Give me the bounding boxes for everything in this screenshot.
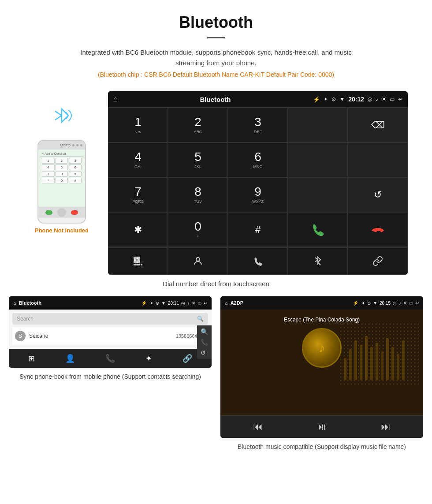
svg-rect-20 bbox=[370, 347, 373, 380]
mu-cam-icon: ◎ bbox=[393, 301, 397, 306]
pb-footer-link[interactable]: 🔗 bbox=[182, 354, 192, 363]
pb-cam-icon: ◎ bbox=[181, 301, 185, 306]
back-icon: ↩ bbox=[398, 96, 402, 102]
svg-rect-5 bbox=[137, 260, 140, 263]
dial-footer-bluetooth[interactable] bbox=[288, 247, 348, 275]
phonebook-status-bar: ⌂ Bluetooth ⚡ ✦ ⊙ ▼ 20:11 ◎ ♪ ✕ ▭ ↩ bbox=[9, 296, 212, 310]
svg-rect-21 bbox=[376, 343, 378, 380]
side-call-icon[interactable]: 📞 bbox=[201, 339, 208, 346]
call-icon bbox=[310, 222, 326, 238]
dial-key-1[interactable]: 1∿∿ bbox=[108, 108, 168, 142]
phone-not-included-label: Phone Not Included bbox=[35, 227, 89, 234]
pb-wifi-icon: ▼ bbox=[161, 301, 166, 306]
phone-key-4: 4 bbox=[42, 164, 55, 170]
dial-footer-contacts[interactable] bbox=[168, 247, 228, 275]
svg-rect-25 bbox=[397, 354, 399, 380]
status-time: 20:12 bbox=[348, 96, 364, 103]
mu-bt-icon: ✦ bbox=[361, 301, 365, 306]
phonebook-home-icon: ⌂ bbox=[13, 300, 16, 306]
dial-key-7[interactable]: 7PQRS bbox=[108, 177, 168, 212]
svg-line-1 bbox=[55, 116, 62, 120]
phone-key-8: 8 bbox=[56, 171, 68, 177]
phone-keypad: 1 2 3 4 5 6 7 8 9 * 0 # bbox=[42, 158, 82, 183]
pb-footer-contacts[interactable]: 👤 bbox=[65, 354, 75, 363]
mu-loc-icon: ⊙ bbox=[367, 301, 371, 306]
svg-rect-19 bbox=[365, 336, 368, 380]
pb-bt-icon: ✦ bbox=[150, 301, 153, 306]
pb-footer-bt[interactable]: ✦ bbox=[145, 354, 152, 363]
phonebook-item: ⌂ Bluetooth ⚡ ✦ ⊙ ▼ 20:11 ◎ ♪ ✕ ▭ ↩ bbox=[9, 296, 212, 452]
phonebook-content: Search 🔍 S Seicane 13566664466 🔍 📞 ↺ bbox=[9, 310, 212, 349]
dial-key-4[interactable]: 4GHI bbox=[108, 142, 168, 177]
pb-loc-icon: ⊙ bbox=[156, 301, 159, 306]
link-icon bbox=[372, 256, 383, 266]
music-footer: ⏮ ⏯ ⏭ bbox=[220, 415, 423, 438]
next-track-button[interactable]: ⏭ bbox=[381, 421, 391, 433]
music-caption: Bluetooth music compatible (Support disp… bbox=[238, 442, 406, 452]
play-pause-button[interactable]: ⏯ bbox=[317, 421, 327, 433]
phone-key-0: 0 bbox=[56, 178, 68, 183]
phone-screen-header: + Add to Contacts bbox=[40, 151, 83, 157]
svg-rect-6 bbox=[134, 264, 137, 265]
dial-key-hash[interactable]: # bbox=[228, 212, 288, 247]
bluetooth-icon bbox=[313, 256, 323, 266]
pb-time: 20:11 bbox=[168, 301, 179, 306]
pb-back-icon: ↩ bbox=[204, 301, 207, 306]
phone-key-1: 1 bbox=[42, 158, 55, 164]
music-usb-icon: ⚡ bbox=[353, 300, 359, 306]
dial-key-6[interactable]: 6MNO bbox=[228, 142, 288, 177]
phonebook-screenshot: ⌂ Bluetooth ⚡ ✦ ⊙ ▼ 20:11 ◎ ♪ ✕ ▭ ↩ bbox=[9, 296, 212, 368]
dial-key-5[interactable]: 5JKL bbox=[168, 142, 228, 177]
dial-key-end-call[interactable] bbox=[348, 212, 408, 247]
pb-footer-phone[interactable]: 📞 bbox=[105, 354, 115, 363]
music-status-bar: ⌂ A2DP ⚡ ✦ ⊙ ▼ 20:15 ◎ ♪ ✕ ▭ ↩ bbox=[220, 296, 423, 310]
phonebook-caption: Sync phone-book from mobile phone (Suppo… bbox=[19, 372, 201, 381]
phone-icon bbox=[253, 256, 263, 266]
status-icons: ✦ ⊙ ▼ 20:12 ◎ ♪ ✕ ▭ ↩ bbox=[324, 96, 402, 103]
side-action-icons: 🔍 📞 ↺ bbox=[197, 325, 212, 359]
side-refresh-icon[interactable]: ↺ bbox=[201, 349, 208, 356]
contact-row: S Seicane 13566664466 bbox=[12, 327, 208, 345]
side-search-icon[interactable]: 🔍 bbox=[201, 328, 208, 335]
pb-vol-icon: ♪ bbox=[187, 301, 190, 306]
phone-screen: + Add to Contacts 1 2 3 4 5 6 7 8 9 * 0 … bbox=[38, 149, 85, 207]
search-placeholder: Search bbox=[17, 316, 194, 322]
phonebook-title: Bluetooth bbox=[19, 300, 138, 306]
phonebook-usb-icon: ⚡ bbox=[141, 300, 147, 306]
dial-key-3[interactable]: 3DEF bbox=[228, 108, 288, 142]
phone-end-btn bbox=[71, 210, 78, 215]
page-description: Integrated with BC6 Bluetooth module, su… bbox=[66, 47, 366, 68]
dial-key-2[interactable]: 2ABC bbox=[168, 108, 228, 142]
phone-key-2: 2 bbox=[56, 158, 68, 164]
dial-footer-grid[interactable] bbox=[108, 247, 168, 275]
prev-track-button[interactable]: ⏮ bbox=[253, 421, 263, 433]
dial-key-call[interactable] bbox=[288, 212, 348, 247]
home-icon: ⌂ bbox=[113, 95, 118, 103]
dial-key-0[interactable]: 0+ bbox=[168, 212, 228, 247]
dial-key-star[interactable]: ✱ bbox=[108, 212, 168, 247]
search-bar[interactable]: Search 🔍 bbox=[12, 313, 208, 325]
location-icon: ⊙ bbox=[331, 96, 336, 102]
main-section: MOTO + Add to Contacts 1 2 3 4 5 6 7 8 9… bbox=[0, 91, 432, 275]
mu-vol-icon: ♪ bbox=[399, 301, 401, 306]
music-status-icons: ✦ ⊙ ▼ 20:15 ◎ ♪ ✕ ▭ ↩ bbox=[361, 301, 419, 306]
dial-key-9[interactable]: 9WXYZ bbox=[228, 177, 288, 212]
svg-line-0 bbox=[55, 111, 62, 116]
music-bg-dots bbox=[339, 323, 419, 385]
bluetooth-status-icon: ✦ bbox=[324, 96, 328, 102]
bluetooth-specs: (Bluetooth chip : CSR BC6 Default Blueto… bbox=[18, 71, 414, 78]
svg-rect-22 bbox=[381, 351, 384, 380]
dial-status-bar: ⌂ Bluetooth ⚡ ✦ ⊙ ▼ 20:12 ◎ ♪ ✕ ▭ ↩ bbox=[108, 91, 408, 107]
search-icon: 🔍 bbox=[197, 316, 204, 322]
dial-key-redial[interactable]: ↺ bbox=[348, 177, 408, 212]
music-equalizer-bg bbox=[339, 323, 419, 385]
mu-back-icon: ↩ bbox=[415, 301, 419, 306]
dial-key-backspace[interactable]: ⌫ bbox=[348, 108, 408, 142]
dial-footer-phone[interactable] bbox=[228, 247, 288, 275]
page-header: Bluetooth Integrated with BC6 Bluetooth … bbox=[0, 0, 432, 91]
pb-footer-grid[interactable]: ⊞ bbox=[28, 354, 35, 363]
contact-avatar: S bbox=[15, 331, 26, 341]
usb-icon: ⚡ bbox=[313, 96, 320, 103]
dial-key-8[interactable]: 8TUV bbox=[168, 177, 228, 212]
dial-footer-link[interactable] bbox=[348, 247, 408, 275]
